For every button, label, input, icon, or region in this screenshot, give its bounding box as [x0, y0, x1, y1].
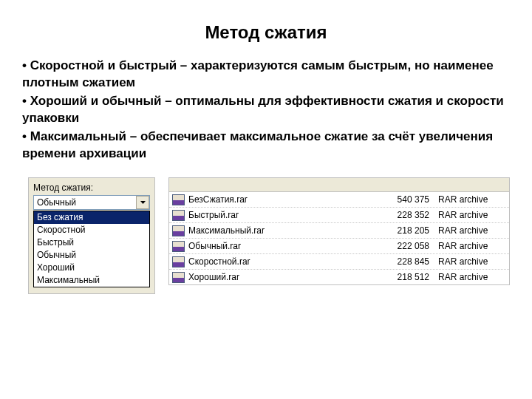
dropdown-option[interactable]: Хороший: [34, 262, 149, 274]
rar-archive-icon: [172, 194, 185, 205]
dropdown-listbox[interactable]: Без сжатия Скоростной Быстрый Обычный Хо…: [33, 211, 150, 287]
bullet-list: • Скоростной и быстрый – характеризуются…: [22, 58, 510, 163]
file-type: RAR archive: [438, 210, 506, 220]
file-name: Быстрый.rar: [188, 210, 376, 220]
dropdown-option[interactable]: Скоростной: [34, 224, 149, 236]
rar-archive-icon: [172, 225, 185, 236]
file-size: 228 352: [376, 210, 438, 220]
dropdown-label: Метод сжатия:: [33, 183, 150, 193]
file-type: RAR archive: [438, 194, 506, 205]
table-row[interactable]: Быстрый.rar 228 352 RAR archive: [169, 208, 509, 223]
combobox-value: Обычный: [34, 197, 136, 208]
dropdown-option[interactable]: Максимальный: [34, 274, 149, 287]
dropdown-option[interactable]: Быстрый: [34, 236, 149, 249]
file-name: Максимальный.rar: [188, 225, 376, 236]
file-list-header: [169, 178, 509, 192]
table-row[interactable]: Обычный.rar 222 058 RAR archive: [169, 239, 509, 254]
bullet-item: • Максимальный – обеспечивает максимальн…: [22, 129, 510, 163]
svg-marker-0: [140, 201, 146, 204]
table-row[interactable]: Хороший.rar 218 512 RAR archive: [169, 270, 509, 284]
file-size: 228 845: [376, 256, 438, 267]
compression-combobox[interactable]: Обычный: [33, 195, 150, 210]
table-row[interactable]: Скоростной.rar 228 845 RAR archive: [169, 254, 509, 270]
file-name: Хороший.rar: [188, 272, 376, 282]
rar-archive-icon: [172, 241, 185, 252]
file-size: 218 512: [376, 272, 438, 282]
file-size: 222 058: [376, 241, 438, 251]
file-name: Обычный.rar: [188, 241, 376, 251]
bullet-item: • Хороший и обычный – оптимальны для эфф…: [22, 93, 510, 127]
dropdown-arrow-icon[interactable]: [136, 196, 149, 209]
file-name: БезСжатия.rar: [188, 194, 376, 205]
bullet-item: • Скоростной и быстрый – характеризуются…: [22, 58, 510, 92]
rar-archive-icon: [172, 256, 185, 267]
rar-archive-icon: [172, 210, 185, 221]
table-row[interactable]: Максимальный.rar 218 205 RAR archive: [169, 223, 509, 239]
file-name: Скоростной.rar: [188, 256, 376, 267]
file-list-panel: БезСжатия.rar 540 375 RAR archive Быстры…: [168, 177, 510, 285]
dropdown-option[interactable]: Обычный: [34, 249, 149, 262]
page-title: Метод сжатия: [22, 22, 510, 43]
file-type: RAR archive: [438, 256, 506, 267]
file-type: RAR archive: [438, 241, 506, 251]
dropdown-option[interactable]: Без сжатия: [34, 211, 149, 224]
file-size: 540 375: [376, 194, 438, 205]
file-type: RAR archive: [438, 272, 506, 282]
file-size: 218 205: [376, 225, 438, 236]
table-row[interactable]: БезСжатия.rar 540 375 RAR archive: [169, 192, 509, 208]
file-type: RAR archive: [438, 225, 506, 236]
compression-dropdown-panel: Метод сжатия: Обычный Без сжатия Скорост…: [28, 177, 155, 294]
rar-archive-icon: [172, 272, 185, 283]
